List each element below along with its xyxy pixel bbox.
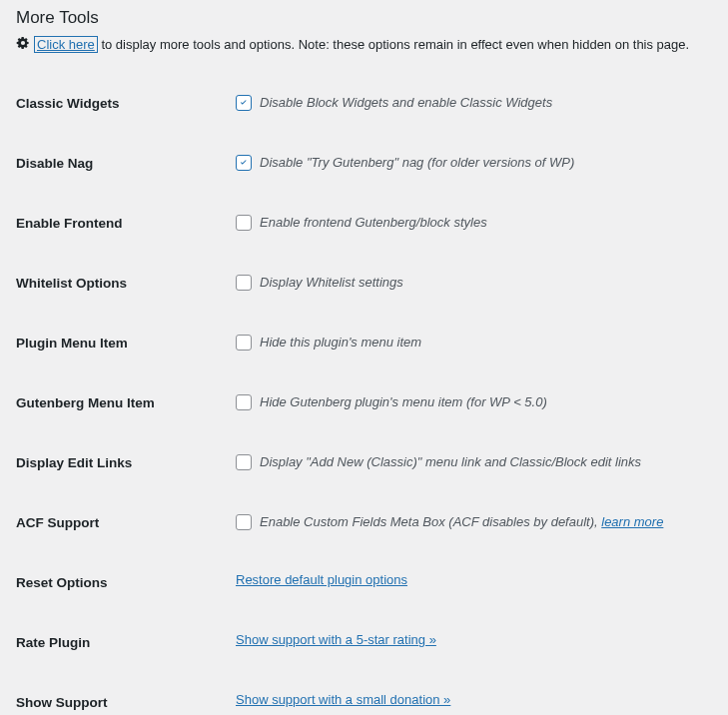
option-display-edit-links: Display Edit Links Display "Add New (Cla…	[16, 436, 712, 496]
plugin-menu-item-checkbox[interactable]	[236, 335, 252, 351]
option-desc: Display "Add New (Classic)" menu link an…	[260, 454, 641, 469]
option-desc: Hide this plugin's menu item	[260, 335, 421, 350]
option-label: Enable Frontend	[16, 213, 236, 231]
option-label: ACF Support	[16, 512, 236, 530]
acf-desc-prefix: Enable Custom Fields Meta Box (ACF disab…	[260, 514, 601, 529]
disable-nag-checkbox[interactable]	[236, 155, 252, 171]
option-enable-frontend: Enable Frontend Enable frontend Gutenber…	[16, 197, 712, 257]
option-desc: Enable frontend Gutenberg/block styles	[260, 215, 487, 230]
option-desc: Disable "Try Gutenberg" nag (for older v…	[260, 155, 574, 170]
classic-widgets-checkbox[interactable]	[236, 95, 252, 111]
option-desc: Display Whitelist settings	[260, 275, 403, 290]
gutenberg-menu-item-checkbox[interactable]	[236, 394, 252, 410]
reset-options-link[interactable]: Restore default plugin options	[236, 572, 407, 587]
option-plugin-menu-item: Plugin Menu Item Hide this plugin's menu…	[16, 317, 712, 376]
option-label: Reset Options	[16, 572, 236, 590]
option-whitelist: Whitelist Options Display Whitelist sett…	[16, 257, 712, 317]
option-label: Gutenberg Menu Item	[16, 392, 236, 410]
option-reset: Reset Options Restore default plugin opt…	[16, 556, 712, 616]
option-acf-support: ACF Support Enable Custom Fields Meta Bo…	[16, 496, 712, 556]
option-gutenberg-menu-item: Gutenberg Menu Item Hide Gutenberg plugi…	[16, 376, 712, 436]
rate-plugin-link[interactable]: Show support with a 5-star rating »	[236, 632, 436, 647]
option-rate-plugin: Rate Plugin Show support with a 5-star r…	[16, 616, 712, 676]
option-label: Display Edit Links	[16, 452, 236, 470]
option-desc: Disable Block Widgets and enable Classic…	[260, 95, 552, 110]
enable-frontend-checkbox[interactable]	[236, 215, 252, 231]
option-desc: Hide Gutenberg plugin's menu item (for W…	[260, 394, 547, 409]
option-label: Show Support	[16, 692, 236, 710]
option-classic-widgets: Classic Widgets Disable Block Widgets an…	[16, 77, 712, 137]
whitelist-checkbox[interactable]	[236, 275, 252, 291]
option-show-support: Show Support Show support with a small d…	[16, 676, 712, 715]
option-desc: Enable Custom Fields Meta Box (ACF disab…	[260, 514, 663, 529]
option-label: Whitelist Options	[16, 273, 236, 291]
intro-row: Click here to display more tools and opt…	[16, 36, 712, 53]
show-support-link[interactable]: Show support with a small donation »	[236, 692, 450, 707]
display-edit-links-checkbox[interactable]	[236, 454, 252, 470]
intro-text: to display more tools and options. Note:…	[98, 37, 689, 52]
option-label: Classic Widgets	[16, 93, 236, 111]
gear-icon	[16, 36, 30, 53]
section-title: More Tools	[16, 8, 712, 28]
learn-more-link[interactable]: learn more	[601, 514, 663, 529]
option-label: Disable Nag	[16, 153, 236, 171]
acf-support-checkbox[interactable]	[236, 514, 252, 530]
click-here-link[interactable]: Click here	[34, 36, 98, 53]
option-disable-nag: Disable Nag Disable "Try Gutenberg" nag …	[16, 137, 712, 197]
option-label: Plugin Menu Item	[16, 333, 236, 351]
option-label: Rate Plugin	[16, 632, 236, 650]
